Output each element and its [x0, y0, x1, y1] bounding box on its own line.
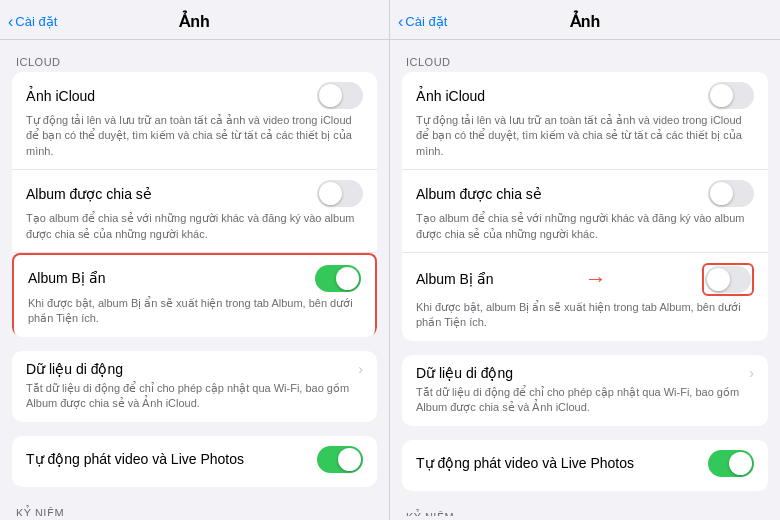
toggle-highlight-wrapper [702, 263, 754, 296]
row-main: Ảnh iCloud [416, 82, 754, 109]
toggle-thumb [319, 182, 342, 205]
back-label: Cài đặt [405, 14, 447, 29]
toggle-thumb [338, 448, 361, 471]
toggle-thumb [729, 452, 752, 475]
row-label: Album Bị ẩn [416, 271, 494, 287]
panel-right: ‹Cài đặtẢnhICLOUDẢnh iCloudTự động tải l… [390, 0, 780, 520]
chevron-right-icon: › [749, 365, 754, 381]
settings-row[interactable]: Album Bị ẩnKhi được bật, album Bị ẩn sẽ … [12, 253, 377, 337]
back-button[interactable]: ‹Cài đặt [398, 13, 447, 31]
toggle-thumb [319, 84, 342, 107]
chevron-left-icon: ‹ [8, 13, 13, 31]
section-header-0: ICLOUD [390, 40, 780, 72]
toggle-switch[interactable] [317, 446, 363, 473]
row-description: Tự động tải lên và lưu trữ an toàn tất c… [416, 113, 754, 159]
row-label: Ảnh iCloud [26, 88, 95, 104]
row-description: Tự động tải lên và lưu trữ an toàn tất c… [26, 113, 363, 159]
back-label: Cài đặt [15, 14, 57, 29]
toggle-switch[interactable] [708, 450, 754, 477]
toggle-switch[interactable] [317, 82, 363, 109]
section-header-3: KỶ NIỆM [390, 495, 780, 516]
row-label: Tự động phát video và Live Photos [416, 455, 634, 471]
row-main: Dữ liệu di động› [26, 361, 363, 377]
toggle-switch[interactable] [708, 180, 754, 207]
settings-row[interactable]: Ảnh iCloudTự động tải lên và lưu trữ an … [402, 72, 768, 170]
settings-row[interactable]: Album được chia sẻTạo album để chia sẻ v… [12, 170, 377, 253]
row-main: Album Bị ẩn [28, 265, 361, 292]
nav-title: Ảnh [570, 12, 601, 31]
row-label: Tự động phát video và Live Photos [26, 451, 244, 467]
settings-group-1: Dữ liệu di động›Tắt dữ liệu di động để c… [12, 351, 377, 422]
row-main: Tự động phát video và Live Photos [416, 450, 754, 477]
toggle-switch[interactable] [708, 82, 754, 109]
row-label: Dữ liệu di động [26, 361, 123, 377]
toggle-thumb [710, 182, 733, 205]
settings-row[interactable]: Album Bị ẩn→Khi được bật, album Bị ẩn sẽ… [402, 253, 768, 341]
toggle-switch[interactable] [705, 266, 751, 293]
nav-title: Ảnh [179, 12, 210, 31]
row-label: Album Bị ẩn [28, 270, 106, 286]
red-arrow-icon: → [585, 266, 607, 292]
row-label: Album được chia sẻ [26, 186, 152, 202]
row-label: Ảnh iCloud [416, 88, 485, 104]
section-header-3: KỶ NIỆM [0, 491, 389, 516]
row-label: Dữ liệu di động [416, 365, 513, 381]
settings-row[interactable]: Tự động phát video và Live Photos [402, 440, 768, 491]
settings-row[interactable]: Dữ liệu di động›Tắt dữ liệu di động để c… [402, 355, 768, 426]
settings-group-2: Tự động phát video và Live Photos [402, 440, 768, 491]
toggle-thumb [707, 268, 730, 291]
settings-group-2: Tự động phát video và Live Photos [12, 436, 377, 487]
settings-row[interactable]: Album được chia sẻTạo album để chia sẻ v… [402, 170, 768, 253]
settings-row[interactable]: Ảnh iCloudTự động tải lên và lưu trữ an … [12, 72, 377, 170]
settings-row[interactable]: Dữ liệu di động›Tắt dữ liệu di động để c… [12, 351, 377, 422]
nav-bar: ‹Cài đặtẢnh [0, 0, 389, 40]
back-button[interactable]: ‹Cài đặt [8, 13, 57, 31]
row-main: Album Bị ẩn→ [416, 263, 754, 296]
row-main: Album được chia sẻ [416, 180, 754, 207]
settings-group-0: Ảnh iCloudTự động tải lên và lưu trữ an … [402, 72, 768, 341]
settings-group-0: Ảnh iCloudTự động tải lên và lưu trữ an … [12, 72, 377, 337]
toggle-switch[interactable] [315, 265, 361, 292]
panel-left: ‹Cài đặtẢnhICLOUDẢnh iCloudTự động tải l… [0, 0, 390, 520]
row-description: Tắt dữ liệu di động để chỉ cho phép cập … [26, 381, 363, 412]
toggle-switch[interactable] [317, 180, 363, 207]
row-label: Album được chia sẻ [416, 186, 542, 202]
content-area: ICLOUDẢnh iCloudTự động tải lên và lưu t… [390, 40, 780, 516]
section-header-0: ICLOUD [0, 40, 389, 72]
row-description: Tạo album để chia sẻ với những người khá… [416, 211, 754, 242]
row-description: Khi được bật, album Bị ẩn sẽ xuất hiện t… [28, 296, 361, 327]
toggle-thumb [710, 84, 733, 107]
settings-group-1: Dữ liệu di động›Tắt dữ liệu di động để c… [402, 355, 768, 426]
row-main: Dữ liệu di động› [416, 365, 754, 381]
row-main: Ảnh iCloud [26, 82, 363, 109]
row-description: Tắt dữ liệu di động để chỉ cho phép cập … [416, 385, 754, 416]
nav-bar: ‹Cài đặtẢnh [390, 0, 780, 40]
settings-row[interactable]: Tự động phát video và Live Photos [12, 436, 377, 487]
content-area: ICLOUDẢnh iCloudTự động tải lên và lưu t… [0, 40, 389, 516]
chevron-left-icon: ‹ [398, 13, 403, 31]
row-description: Tạo album để chia sẻ với những người khá… [26, 211, 363, 242]
chevron-right-icon: › [358, 361, 363, 377]
row-main: Tự động phát video và Live Photos [26, 446, 363, 473]
row-main: Album được chia sẻ [26, 180, 363, 207]
toggle-thumb [336, 267, 359, 290]
row-description: Khi được bật, album Bị ẩn sẽ xuất hiện t… [416, 300, 754, 331]
